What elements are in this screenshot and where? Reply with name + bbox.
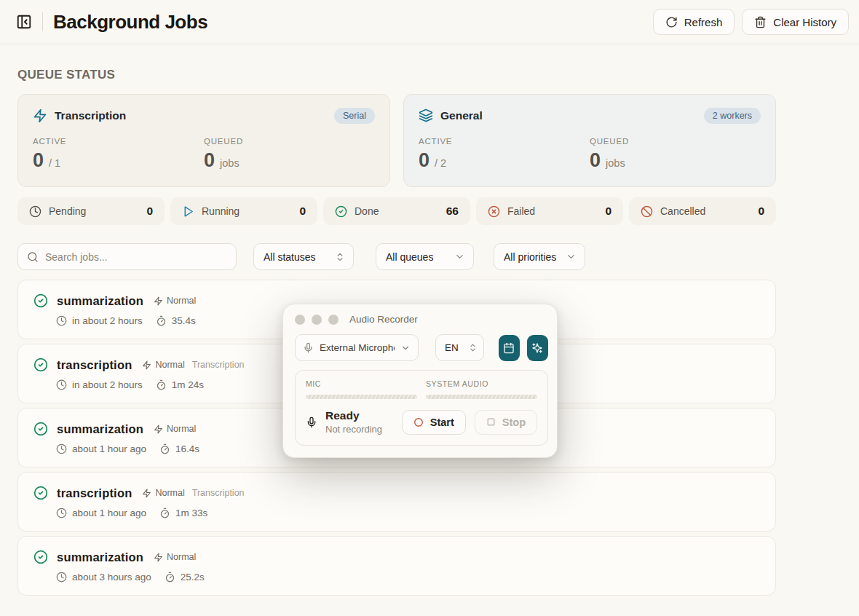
refresh-button-label: Refresh [684, 16, 723, 28]
check-circle-icon [33, 358, 48, 372]
chevrons-up-down-icon [335, 252, 345, 262]
panel-left-close-icon [16, 14, 32, 30]
zap-icon [142, 489, 151, 498]
calendar-icon [503, 342, 515, 354]
clock-icon [29, 205, 41, 218]
status-filter-value: All statuses [264, 251, 316, 263]
zap-icon [142, 360, 151, 370]
language-select[interactable]: EN [435, 334, 484, 361]
filter-bar: All statuses All queues All priorities [17, 243, 776, 270]
chevron-down-icon [454, 251, 465, 262]
ban-icon [641, 205, 653, 218]
job-name: summarization [57, 422, 143, 436]
system-audio-level-meter [426, 395, 537, 399]
mic-device-select[interactable]: External Micropho [295, 334, 419, 361]
chevron-down-icon [566, 251, 577, 262]
status-pill-done[interactable]: Done 66 [323, 197, 470, 225]
job-name: transcription [57, 358, 132, 372]
x-circle-icon [488, 205, 500, 218]
queue-status-heading: QUEUE STATUS [17, 68, 776, 82]
job-time: about 3 hours ago [72, 572, 151, 583]
check-circle-icon [33, 486, 48, 500]
active-suffix: / 1 [49, 157, 60, 169]
start-button-label: Start [430, 416, 454, 428]
queue-workers-badge: 2 workers [704, 108, 761, 124]
status-pill-failed[interactable]: Failed 0 [476, 197, 623, 225]
job-queue-tag: Transcription [192, 360, 245, 370]
refresh-icon [665, 16, 678, 28]
mic-level-meter [306, 395, 417, 399]
app-header: Background Jobs Refresh Clear History [0, 0, 859, 44]
timer-icon [156, 379, 167, 390]
refresh-button[interactable]: Refresh [653, 9, 735, 35]
clock-icon [56, 572, 67, 583]
queued-value: 0 [204, 149, 215, 172]
zap-icon [154, 425, 163, 434]
clock-icon [56, 315, 67, 326]
calendar-button[interactable] [499, 335, 520, 361]
sidebar-toggle-button[interactable] [12, 9, 36, 34]
window-minimize-button[interactable] [312, 315, 322, 325]
sparkles-button[interactable] [527, 335, 548, 361]
queued-suffix: jobs [606, 157, 625, 169]
stop-recording-button[interactable]: Stop [475, 410, 537, 435]
layers-icon [419, 108, 433, 123]
queued-suffix: jobs [220, 157, 240, 169]
status-pill-running[interactable]: Running 0 [170, 197, 317, 225]
status-pill-cancelled[interactable]: Cancelled 0 [629, 197, 776, 225]
clock-icon [56, 443, 67, 454]
priority-filter-select[interactable]: All priorities [494, 243, 585, 270]
job-row[interactable]: transcription Normal Transcription about… [17, 472, 776, 532]
job-name: summarization [57, 294, 143, 308]
status-pill-label: Running [202, 205, 240, 217]
stop-square-icon [486, 417, 496, 427]
queue-filter-select[interactable]: All queues [376, 243, 474, 270]
queued-label: QUEUED [590, 137, 761, 146]
job-duration: 35.4s [172, 315, 196, 326]
mic-icon [303, 342, 314, 353]
job-priority: Normal [155, 488, 184, 498]
status-pill-label: Pending [49, 205, 86, 217]
window-close-button[interactable] [295, 315, 305, 325]
status-pill-pending[interactable]: Pending 0 [17, 197, 165, 225]
active-label: ACTIVE [419, 137, 590, 146]
zap-icon [154, 296, 163, 306]
active-value: 0 [33, 149, 44, 172]
recorder-panel: MIC SYSTEM AUDIO Ready Not recording Sta… [295, 370, 548, 446]
timer-icon [156, 315, 167, 326]
recorder-titlebar: Audio Recorder [295, 314, 548, 325]
timer-icon [159, 508, 170, 518]
job-duration: 25.2s [181, 572, 205, 583]
mic-device-value: External Micropho [320, 342, 395, 353]
page-title: Background Jobs [53, 11, 207, 33]
job-queue-tag: Transcription [192, 488, 245, 498]
clock-icon [56, 508, 67, 518]
queued-label: QUEUED [204, 137, 375, 146]
job-time: about 1 hour ago [72, 508, 146, 518]
check-circle-icon [33, 550, 48, 564]
start-recording-button[interactable]: Start [402, 410, 466, 435]
window-zoom-button[interactable] [328, 315, 339, 325]
queue-name: Transcription [55, 109, 126, 122]
system-audio-meter-label: SYSTEM AUDIO [426, 379, 537, 388]
status-counters: Pending 0 Running 0 Done 66 Failed 0 [17, 197, 776, 225]
status-pill-count: 0 [605, 205, 611, 218]
queue-card-general: General 2 workers ACTIVE 0 / 2 QUEUED 0 … [403, 94, 776, 187]
check-circle-icon [335, 205, 347, 218]
status-filter-select[interactable]: All statuses [253, 243, 354, 270]
job-time: in about 2 hours [72, 379, 143, 390]
job-row[interactable]: summarization Normal about 3 hours ago [17, 536, 776, 596]
queue-card-transcription: Transcription Serial ACTIVE 0 / 1 QUEUED… [17, 94, 390, 187]
active-label: ACTIVE [33, 137, 204, 146]
status-pill-label: Done [355, 205, 379, 217]
audio-recorder-window: Audio Recorder External Micropho EN [282, 304, 558, 458]
search-input[interactable] [45, 251, 227, 263]
header-divider [42, 12, 43, 31]
language-value: EN [445, 342, 459, 353]
zap-icon [33, 108, 47, 123]
recorder-title: Audio Recorder [349, 314, 418, 325]
clear-history-button[interactable]: Clear History [742, 9, 849, 35]
clear-history-button-label: Clear History [773, 16, 836, 28]
job-name: transcription [57, 486, 132, 500]
status-pill-count: 0 [299, 205, 306, 218]
